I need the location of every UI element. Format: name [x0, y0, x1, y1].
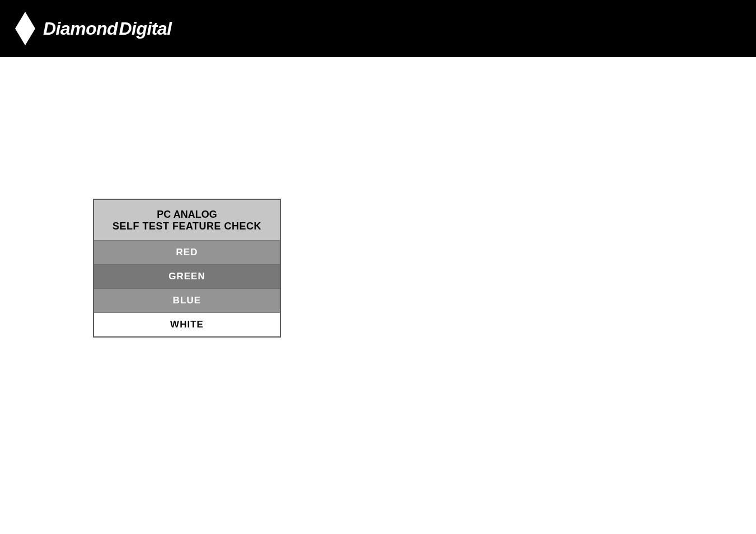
svg-marker-0 — [15, 12, 35, 45]
header-bar: DiamondDigital — [0, 0, 756, 57]
self-test-title-line1: PC ANALOG — [100, 209, 274, 221]
self-test-header: PC ANALOG SELF TEST FEATURE CHECK — [94, 200, 280, 241]
self-test-row-red: RED — [94, 241, 280, 265]
self-test-panel: PC ANALOG SELF TEST FEATURE CHECK RED GR… — [93, 199, 281, 338]
diamond-icon — [14, 11, 36, 46]
self-test-row-white: WHITE — [94, 313, 280, 336]
brand-word-2: Digital — [119, 18, 171, 39]
brand-title: DiamondDigital — [43, 18, 172, 39]
self-test-title-line2: SELF TEST FEATURE CHECK — [100, 221, 274, 232]
brand-word-1: Diamond — [43, 18, 118, 39]
self-test-row-green: GREEN — [94, 265, 280, 289]
self-test-row-blue: BLUE — [94, 289, 280, 313]
